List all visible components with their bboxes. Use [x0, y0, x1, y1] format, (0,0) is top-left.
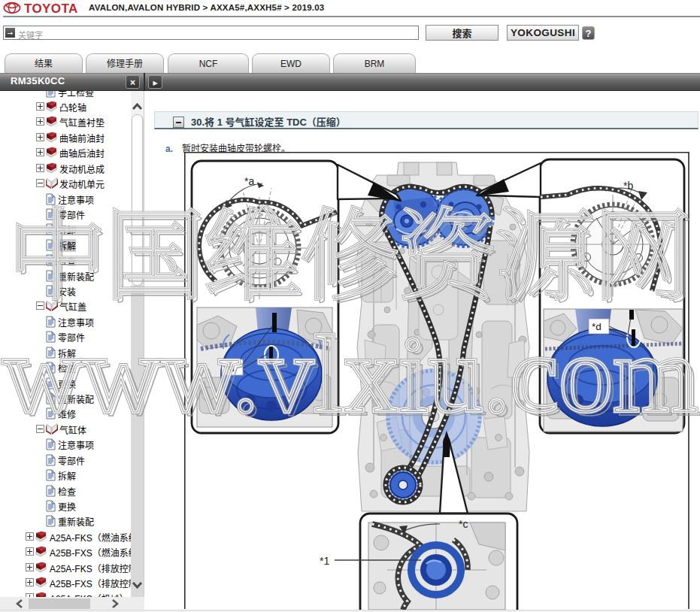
svg-text:TOYOTA: TOYOTA [24, 2, 78, 16]
svg-text:*c: *c [459, 518, 468, 530]
svg-text:*d: *d [592, 321, 602, 332]
svg-text:*1: *1 [320, 555, 329, 567]
svg-text:*b: *b [623, 180, 633, 192]
svg-text:*a: *a [244, 175, 254, 187]
svg-text:*d: *d [225, 362, 235, 374]
